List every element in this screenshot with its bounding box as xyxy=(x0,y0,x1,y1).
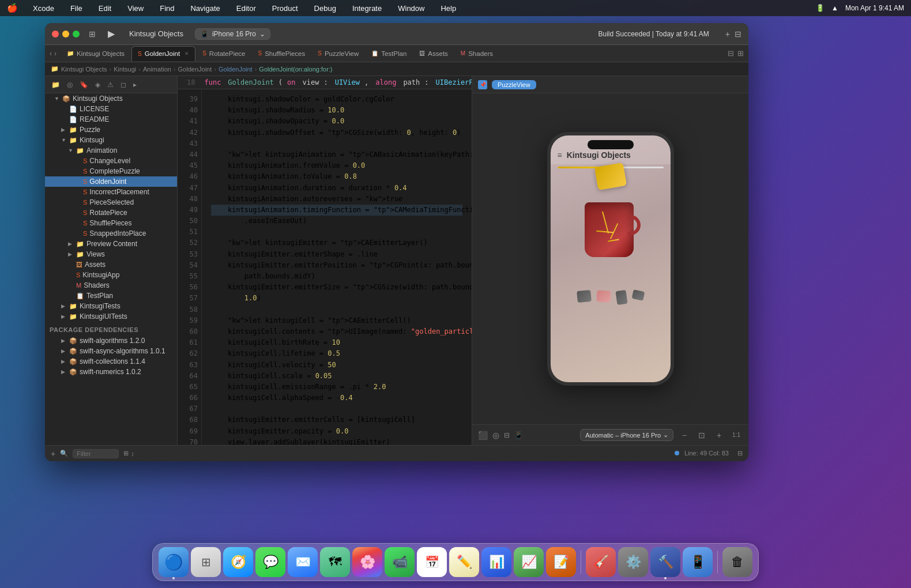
breadcrumb-item-1[interactable]: Kintsugi Objects xyxy=(61,66,107,73)
menu-debug[interactable]: Debug xyxy=(311,3,340,14)
dock-xcode[interactable]: 🔨 xyxy=(650,547,680,577)
puzzle-view-button[interactable]: PuzzleView xyxy=(492,80,536,89)
close-button[interactable] xyxy=(52,31,59,37)
dock-trash[interactable]: 🗑 xyxy=(722,547,752,577)
menu-view[interactable]: View xyxy=(124,3,147,14)
sidebar-item-kintsugiapp[interactable]: S KintsugiApp xyxy=(45,270,177,280)
dock-keynote[interactable]: 📊 xyxy=(481,547,511,577)
sidebar-dep-2[interactable]: ▶ 📦 swift-collections 1.1.4 xyxy=(45,356,177,367)
tab-golden-joint[interactable]: S GoldenJoint ✕ xyxy=(131,46,195,61)
menu-navigate[interactable]: Navigate xyxy=(187,3,223,14)
tab-shaders[interactable]: M Shaders xyxy=(455,46,499,61)
add-file-button[interactable]: + xyxy=(51,449,55,458)
sort-icon[interactable]: ↕ xyxy=(131,450,134,457)
tab-assets[interactable]: 🖼 Assets xyxy=(413,46,454,61)
preview-tool-2[interactable]: ◎ xyxy=(492,431,499,440)
split-editor-icon[interactable]: ⊟ xyxy=(728,49,734,58)
preview-tool-3[interactable]: ⊟ xyxy=(504,431,510,439)
sidebar-item-kintsugi[interactable]: ▼ 📁 Kintsugi xyxy=(45,135,177,145)
sidebar-item-pieceselected[interactable]: S PieceSelected xyxy=(45,197,177,208)
sidebar-item-kintsugi-ui-tests[interactable]: ▶ 📁 KintsugiUITests xyxy=(45,311,177,322)
sidebar-issue-icon[interactable]: ⚠ xyxy=(106,80,115,90)
sidebar-source-icon[interactable]: ◎ xyxy=(65,80,74,90)
sidebar-item-readme[interactable]: 📄 README xyxy=(45,114,177,125)
sidebar-toggle-icon[interactable]: ⊞ xyxy=(89,29,96,39)
add-editor-icon[interactable]: ⊞ xyxy=(737,49,744,58)
nav-next-icon[interactable]: › xyxy=(54,50,57,58)
dock-iphone-mirroring[interactable]: 📱 xyxy=(683,547,713,577)
tab-rotate-piece[interactable]: S RotatePiece xyxy=(197,46,251,61)
sidebar-item-shufflepieces[interactable]: S ShufflePieces xyxy=(45,218,177,228)
sidebar-bookmarks-icon[interactable]: 🔖 xyxy=(78,80,90,90)
sidebar-item-shaders[interactable]: M Shaders xyxy=(45,280,177,291)
tab-puzzle-view[interactable]: S PuzzleView xyxy=(312,46,364,61)
dock-mail[interactable]: ✉️ xyxy=(288,547,318,577)
sidebar-item-views[interactable]: ▶ 📁 Views xyxy=(45,249,177,259)
preview-tool-1[interactable]: ⬛ xyxy=(478,431,488,440)
scheme-selector[interactable]: 📱 iPhone 16 Pro ⌄ xyxy=(195,28,270,40)
preview-tool-4[interactable]: 📱 xyxy=(514,431,523,439)
dock-pages[interactable]: 📝 xyxy=(546,547,576,577)
preview-pin-icon[interactable]: 📌 xyxy=(478,80,487,89)
tab-kintsugi-objects[interactable]: 📁 Kintsugi Objects xyxy=(61,46,130,61)
dock-settings[interactable]: ⚙️ xyxy=(618,547,648,577)
breadcrumb-item-4[interactable]: GoldenJoint xyxy=(178,66,212,73)
menu-xcode[interactable]: Xcode xyxy=(29,3,58,14)
minimize-button[interactable] xyxy=(62,31,69,37)
menu-file[interactable]: File xyxy=(67,3,86,14)
sidebar-breakpoints-icon[interactable]: ◈ xyxy=(93,80,102,90)
add-icon[interactable]: + xyxy=(725,29,730,39)
menu-product[interactable]: Product xyxy=(269,3,302,14)
menu-find[interactable]: Find xyxy=(156,3,178,14)
sidebar-test-icon[interactable]: ◻ xyxy=(119,80,128,90)
apple-menu[interactable]: 🍎 xyxy=(7,3,18,13)
menu-edit[interactable]: Edit xyxy=(95,3,115,14)
dock-photos[interactable]: 🌸 xyxy=(352,547,382,577)
fullscreen-button[interactable] xyxy=(73,31,80,37)
menu-window[interactable]: Window xyxy=(394,3,428,14)
menu-integrate[interactable]: Integrate xyxy=(349,3,385,14)
dock-messages[interactable]: 💬 xyxy=(255,547,285,577)
breadcrumb-item-5[interactable]: GoldenJoint xyxy=(219,66,253,73)
breadcrumb-function[interactable]: GoldenJoint(on:along:for:) xyxy=(259,66,332,73)
sidebar-item-incorrectplacement[interactable]: S IncorrectPlacement xyxy=(45,187,177,197)
sidebar-item-project[interactable]: ▼ 📦 Kintsugi Objects xyxy=(45,93,177,104)
sidebar-item-preview-content[interactable]: ▶ 📁 Preview Content xyxy=(45,239,177,249)
tab-test-plan[interactable]: 📋 TestPlan xyxy=(366,46,412,61)
dock-calendar[interactable]: 📅 xyxy=(417,547,447,577)
code-editor[interactable]: 18 func GoldenJoint ( on view : UIView ,… xyxy=(178,76,472,445)
run-button[interactable]: ▶ xyxy=(105,28,118,40)
sidebar-debug-icon[interactable]: ▸ xyxy=(131,80,138,90)
sidebar-item-license[interactable]: 📄 LICENSE xyxy=(45,104,177,114)
dock-finder[interactable]: 🔵 xyxy=(159,547,189,577)
nav-prev-icon[interactable]: ‹ xyxy=(50,50,52,58)
zoom-out-button[interactable]: − xyxy=(678,429,691,442)
sidebar-dep-3[interactable]: ▶ 📦 swift-numerics 1.0.2 xyxy=(45,367,177,377)
indent-icon[interactable]: ⊞ xyxy=(123,450,129,457)
dock-facetime[interactable]: 📹 xyxy=(385,547,415,577)
breadcrumb-item-2[interactable]: Kintsugi xyxy=(114,66,136,73)
sidebar-item-animation[interactable]: ▼ 📁 Animation xyxy=(45,145,177,156)
layout-toggle-icon[interactable]: ⊟ xyxy=(735,29,741,39)
zoom-in-button[interactable]: + xyxy=(713,429,725,442)
sidebar-folder-icon[interactable]: 📁 xyxy=(50,80,62,90)
breadcrumb-item-3[interactable]: Animation xyxy=(143,66,171,73)
device-selector[interactable]: Automatic – iPhone 16 Pro ⌄ xyxy=(580,429,673,441)
sidebar-item-goldenjoint[interactable]: S GoldenJoint xyxy=(45,176,177,187)
breadcrumb-item-0[interactable]: 📁 xyxy=(51,65,59,73)
menu-editor[interactable]: Editor xyxy=(233,3,259,14)
dock-numbers[interactable]: 📈 xyxy=(514,547,544,577)
sidebar-item-snappedintoplace[interactable]: S SnappedIntoPlace xyxy=(45,228,177,239)
sidebar-item-changelevel[interactable]: S ChangeLevel xyxy=(45,156,177,166)
tab-shuffle-pieces[interactable]: S ShufflePieces xyxy=(252,46,311,61)
zoom-reset-button[interactable]: 1:1 xyxy=(730,429,743,442)
filter-input[interactable] xyxy=(73,449,119,458)
tab-close-icon[interactable]: ✕ xyxy=(185,51,189,56)
dock-freeform[interactable]: ✏️ xyxy=(449,547,479,577)
dock-instruments[interactable]: 🎸 xyxy=(586,547,616,577)
sidebar-item-assets[interactable]: 🖼 Assets xyxy=(45,259,177,270)
sidebar-item-kintsugi-tests[interactable]: ▶ 📁 KintsugiTests xyxy=(45,301,177,311)
sidebar-dep-1[interactable]: ▶ 📦 swift-async-algorithms 1.0.1 xyxy=(45,346,177,356)
dock-launchpad[interactable]: ⊞ xyxy=(191,547,221,577)
sidebar-item-rotatepiece[interactable]: S RotatePiece xyxy=(45,208,177,218)
